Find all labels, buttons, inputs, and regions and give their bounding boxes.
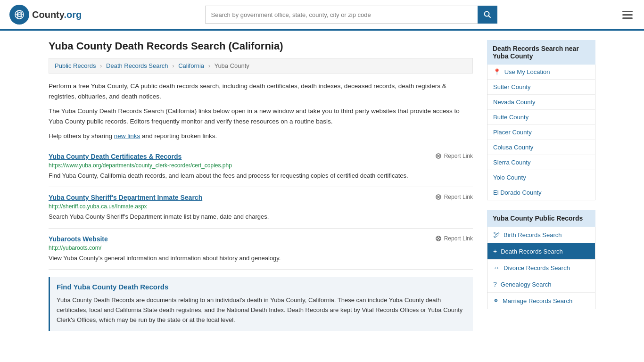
breadcrumb-public-records[interactable]: Public Records [55, 62, 96, 69]
sidebar-butte-item: Butte County [487, 110, 595, 125]
new-links-link[interactable]: new links [114, 132, 140, 140]
sidebar-yolo-label: Yolo County [493, 174, 526, 181]
use-my-location-link[interactable]: 📍 Use My Location [487, 65, 595, 79]
logo-area: C County.org [9, 5, 82, 25]
sidebar-eldorado-item: El Dorado County [487, 185, 595, 200]
page-title: Yuba County Death Records Search (Califo… [49, 40, 473, 52]
sidebar-yolo-item: Yolo County [487, 170, 595, 185]
sidebar-yolo-link[interactable]: Yolo County [487, 170, 595, 185]
sidebar-sutter-label: Sutter County [493, 83, 531, 90]
breadcrumb-sep-1: › [100, 62, 102, 69]
find-section-heading: Find Yuba County Death Records [57, 283, 466, 291]
report-link-btn-3[interactable]: Report Link [435, 235, 473, 242]
location-pin-icon: 📍 [493, 68, 501, 75]
sidebar-eldorado-label: El Dorado County [493, 189, 542, 196]
breadcrumb-sep-3: › [208, 62, 210, 69]
marriage-records-icon: ⚭ [493, 297, 499, 304]
birth-records-label: Birth Records Search [504, 231, 562, 239]
sidebar-placer-item: Placer County [487, 125, 595, 140]
pub-record-birth-item: 🕊 Birth Records Search [487, 227, 595, 243]
sidebar-placer-link[interactable]: Placer County [487, 125, 595, 140]
sidebar-sierra-item: Sierra County [487, 155, 595, 170]
sidebar-nearby-header: Death Records Search near Yuba County [487, 40, 595, 65]
find-section: Find Yuba County Death Records Yuba Coun… [49, 277, 473, 330]
breadcrumb: Public Records › Death Records Search › … [49, 58, 473, 74]
resource-desc-1: Find Yuba County, California death recor… [49, 171, 473, 181]
death-records-icon: + [493, 247, 497, 255]
resource-header-1: Yuba County Death Certificates & Records… [49, 153, 473, 160]
birth-records-icon: 🕊 [493, 231, 500, 239]
genealogy-link[interactable]: ? Genealogy Search [487, 276, 595, 292]
divorce-records-label: Divorce Records Search [504, 264, 570, 272]
description-3: Help others by sharing new links and rep… [49, 131, 473, 141]
report-link-btn-2[interactable]: Report Link [435, 194, 473, 200]
sidebar-butte-link[interactable]: Butte County [487, 110, 595, 124]
divorce-records-icon: ↔ [493, 264, 500, 272]
marriage-records-link[interactable]: ⚭ Marriage Records Search [487, 293, 595, 309]
report-link-label-3: Report Link [444, 235, 473, 242]
sidebar-sierra-label: Sierra County [493, 159, 530, 166]
resource-title-1[interactable]: Yuba County Death Certificates & Records [49, 153, 182, 160]
resource-item-1: Yuba County Death Certificates & Records… [49, 146, 473, 188]
resource-item-3: Yubaroots Website Report Link http://yub… [49, 229, 473, 270]
sidebar-placer-label: Placer County [493, 129, 532, 136]
main-container: Yuba County Death Records Search (Califo… [39, 31, 605, 340]
death-records-link[interactable]: + Death Records Search [487, 243, 595, 259]
sidebar-butte-label: Butte County [493, 114, 528, 121]
hamburger-menu-button[interactable] [620, 9, 635, 21]
svg-line-6 [488, 16, 490, 18]
search-button[interactable] [478, 6, 497, 24]
report-link-label-2: Report Link [444, 194, 473, 200]
report-link-btn-1[interactable]: Report Link [435, 153, 473, 159]
sidebar-public-records-section: Yuba County Public Records 🕊 Birth Recor… [487, 210, 595, 309]
resource-desc-2: Search Yuba County Sheriff's Department … [49, 212, 473, 222]
report-link-label-1: Report Link [444, 153, 473, 159]
find-section-text: Yuba County Death Records are documents … [57, 296, 466, 325]
birth-records-link[interactable]: 🕊 Birth Records Search [487, 227, 595, 243]
logo-text: County.org [32, 9, 82, 20]
breadcrumb-sep-2: › [172, 62, 174, 69]
sidebar-use-location-item: 📍 Use My Location [487, 65, 595, 80]
sidebar-nevada-label: Nevada County [493, 99, 536, 106]
genealogy-icon: ? [493, 280, 497, 288]
sidebar-colusa-item: Colusa County [487, 140, 595, 155]
resource-title-2[interactable]: Yuba County Sheriff's Department Inmate … [49, 194, 202, 201]
genealogy-label: Genealogy Search [501, 281, 552, 288]
description-1: Perform a free Yuba County, CA public de… [49, 81, 473, 101]
sidebar-public-records-heading: Yuba County Public Records [493, 214, 583, 222]
use-my-location-label: Use My Location [504, 68, 550, 75]
sidebar-nevada-link[interactable]: Nevada County [487, 95, 595, 109]
sidebar-colusa-link[interactable]: Colusa County [487, 140, 595, 155]
pub-record-death-item: + Death Records Search [487, 243, 595, 260]
sidebar-nevada-item: Nevada County [487, 95, 595, 110]
pub-record-divorce-item: ↔ Divorce Records Search [487, 260, 595, 276]
search-input[interactable] [205, 6, 478, 24]
resource-url-3: http://yubaroots.com/ [49, 245, 473, 251]
breadcrumb-current: Yuba County [214, 62, 249, 69]
sidebar-nearby-section: Death Records Search near Yuba County 📍 … [487, 40, 595, 200]
sidebar-sutter-item: Sutter County [487, 80, 595, 95]
breadcrumb-death-records[interactable]: Death Records Search [106, 62, 168, 69]
search-area [205, 6, 497, 24]
header: C County.org [0, 0, 644, 31]
resource-url-2: http://sheriff.co.yuba.ca.us/Inmate.aspx [49, 203, 473, 210]
pub-records-list: 🕊 Birth Records Search + Death Records S… [487, 227, 595, 309]
breadcrumb-california[interactable]: California [178, 62, 204, 69]
sidebar-colusa-label: Colusa County [493, 144, 533, 151]
sidebar-sutter-link[interactable]: Sutter County [487, 80, 595, 94]
resource-header-2: Yuba County Sheriff's Department Inmate … [49, 194, 473, 201]
sidebar: Death Records Search near Yuba County 📍 … [487, 40, 595, 331]
resource-desc-3: View Yuba County's general information a… [49, 254, 473, 263]
resource-item-2: Yuba County Sheriff's Department Inmate … [49, 187, 473, 229]
marriage-records-label: Marriage Records Search [503, 297, 572, 304]
content-area: Yuba County Death Records Search (Califo… [49, 40, 473, 331]
divorce-records-link[interactable]: ↔ Divorce Records Search [487, 260, 595, 276]
resource-title-3[interactable]: Yubaroots Website [49, 235, 108, 243]
sidebar-eldorado-link[interactable]: El Dorado County [487, 185, 595, 200]
sidebar-sierra-link[interactable]: Sierra County [487, 155, 595, 170]
resource-header-3: Yubaroots Website Report Link [49, 235, 473, 243]
sidebar-public-records-header: Yuba County Public Records [487, 210, 595, 227]
description-2: The Yuba County Death Records Search (Ca… [49, 106, 473, 126]
sidebar-nearby-list: 📍 Use My Location Sutter County Nevada C… [487, 65, 595, 200]
sidebar-nearby-heading: Death Records Search near Yuba County [493, 45, 579, 60]
